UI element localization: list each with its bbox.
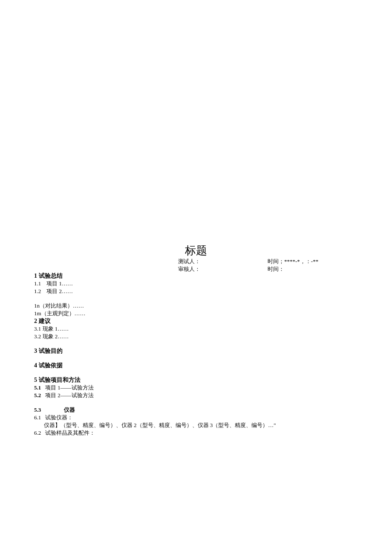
section-5-3-num: 5.3 (34, 406, 64, 414)
section-6-item-1-body: 仪器】（型号、精度、编号）、仪器 2（型号、精度、编号）、仪器 3（型号、精度、… (34, 421, 358, 429)
content-body: 1 试验总结 1.1 项目 1…… 1.2 项目 2…… 1n（对比结果）…… … (34, 272, 358, 437)
document-title: 标题 (0, 243, 392, 258)
section-1-heading: 1 试验总结 (34, 272, 358, 280)
section-1-item-1: 1.1 项目 1…… (34, 280, 358, 288)
section-3-heading: 3 试验目的 (34, 347, 358, 355)
section-5-3-text: 仪器 (64, 407, 75, 413)
tester-label: 测试人： (178, 258, 268, 265)
section-5-heading: 5 试验项目和方法 (34, 376, 358, 384)
section-5-item-1: 5.1 项目 1——试验方法 (34, 384, 358, 392)
meta-block: 测试人： 时间；****-*，：-** 审核人： 时间： (178, 258, 318, 273)
section-1-item-n: 1n（对比结果）…… (34, 302, 358, 310)
section-6-item-1: 6.1 试验仪器： (34, 414, 358, 421)
section-2-item-1: 3.1 现象 1…… (34, 325, 358, 333)
section-5-item-1-num: 5.1 (34, 384, 41, 391)
section-5-item-2: 5.2 项目 2——试验方法 (34, 392, 358, 399)
section-6-item-2-text: 试验样品及其配件： (41, 430, 95, 436)
section-5-3: 5.3仪器 (34, 406, 358, 414)
section-1-item-2: 1.2 项目 2…… (34, 288, 358, 295)
section-6-item-1-num: 6.1 (34, 414, 41, 421)
document-page: 标题 测试人： 时间；****-*，：-** 审核人： 时间： 1 试验总结 1… (0, 0, 392, 555)
tester-time: 时间；****-*，：-** (268, 258, 318, 265)
section-2-heading: 2 建议 (34, 317, 358, 325)
section-5-item-1-text: 项目 1——试验方法 (41, 384, 94, 391)
section-6-item-1-text: 试验仪器： (41, 414, 73, 421)
section-4-heading: 4 试验依据 (34, 362, 358, 369)
section-6-item-2: 6.2 试验样品及其配件： (34, 429, 358, 437)
section-5-item-2-text: 项目 2——试验方法 (41, 392, 94, 398)
section-6-item-2-num: 6.2 (34, 430, 41, 436)
section-1-item-m: 1m（主观判定）…… (34, 310, 358, 317)
section-5-item-2-num: 5.2 (34, 392, 41, 398)
meta-row-tester: 测试人： 时间；****-*，：-** (178, 258, 318, 265)
section-2-item-2: 3.2 现象 2…… (34, 333, 358, 340)
